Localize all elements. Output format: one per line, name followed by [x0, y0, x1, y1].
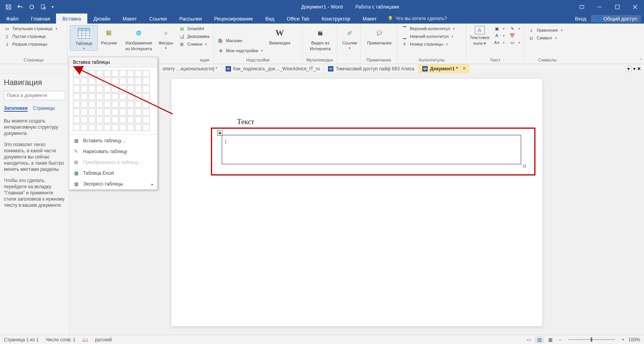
grid-cell[interactable] — [88, 93, 95, 100]
footer-button[interactable]: ▁Нижний колонтитул▾ — [400, 33, 464, 40]
grid-cell[interactable] — [112, 78, 119, 85]
grid-cell[interactable] — [119, 124, 126, 131]
save-button[interactable] — [3, 2, 14, 12]
grid-cell[interactable] — [143, 116, 150, 123]
dropcap-button[interactable]: A≡▾ — [492, 39, 506, 46]
quick-parts-button[interactable]: ▣▾ — [492, 25, 506, 32]
ribbon-options-button[interactable] — [573, 0, 591, 14]
tab-references[interactable]: Ссылки — [143, 14, 173, 24]
close-all-button[interactable]: ✕ — [637, 66, 641, 72]
draw-table-item[interactable]: ✎Нарисовать таблицу — [69, 146, 157, 157]
grid-cell[interactable] — [104, 78, 111, 85]
grid-cell[interactable] — [127, 85, 134, 92]
doc-tab-2[interactable]: WТимчасовий доступ лайф 663 Алиса — [324, 64, 418, 73]
tab-insert[interactable]: Вставка — [56, 14, 87, 24]
print-preview-button[interactable] — [38, 2, 49, 12]
equation-button[interactable]: πУравнение▾ — [527, 27, 568, 34]
tab-table-design[interactable]: Конструктор — [315, 14, 356, 24]
tab-view[interactable]: Вид — [259, 14, 281, 24]
grid-cell[interactable] — [119, 93, 126, 100]
store-button[interactable]: 🛍️Магазин — [216, 37, 264, 44]
grid-cell[interactable] — [81, 124, 88, 131]
tab-file[interactable]: Файл — [0, 14, 25, 24]
web-layout-button[interactable]: ▦ — [545, 336, 555, 343]
grid-cell[interactable] — [81, 85, 88, 92]
grid-cell[interactable] — [88, 85, 95, 92]
grid-cell[interactable] — [119, 101, 126, 108]
grid-cell[interactable] — [88, 116, 95, 123]
grid-cell[interactable] — [104, 109, 111, 116]
grid-cell[interactable] — [96, 116, 103, 123]
grid-cell[interactable] — [73, 93, 80, 100]
grid-cell[interactable] — [112, 93, 119, 100]
spellcheck-icon[interactable]: 📖 — [82, 337, 88, 342]
close-tab-icon[interactable]: ✕ — [462, 66, 466, 71]
grid-cell[interactable] — [88, 109, 95, 116]
tab-officetab[interactable]: Office Tab — [280, 14, 315, 24]
doc-tab-1[interactable]: WКак_подписать_док…_WiseAdvice_IT_ru — [221, 64, 324, 73]
my-addins-button[interactable]: ⊕Мои надстройки▾ — [216, 47, 264, 54]
grid-cell[interactable] — [127, 116, 134, 123]
grid-cell[interactable] — [73, 78, 80, 85]
tab-home[interactable]: Главная — [25, 14, 56, 24]
grid-cell[interactable] — [96, 78, 103, 85]
collapse-ribbon-button[interactable]: ˄ — [640, 58, 642, 62]
grid-cell[interactable] — [81, 116, 88, 123]
print-layout-button[interactable]: ▤ — [535, 336, 544, 343]
object-button[interactable]: ▭▾ — [508, 39, 522, 46]
grid-cell[interactable] — [143, 85, 150, 92]
grid-cell[interactable] — [127, 93, 134, 100]
grid-cell[interactable] — [96, 124, 103, 131]
grid-cell[interactable] — [96, 93, 103, 100]
grid-cell[interactable] — [127, 124, 134, 131]
grid-cell[interactable] — [119, 116, 126, 123]
document-page[interactable]: Текст ✥ — [172, 79, 542, 326]
grid-cell[interactable] — [104, 116, 111, 123]
grid-cell[interactable] — [104, 124, 111, 131]
grid-cell[interactable] — [81, 70, 88, 77]
table-resize-handle[interactable] — [523, 165, 526, 167]
nav-tab-pages[interactable]: Страницы — [33, 106, 55, 112]
grid-cell[interactable] — [81, 101, 88, 108]
page-break-button[interactable]: ⤓Разрыв страницы — [2, 41, 65, 48]
excel-table-item[interactable]: ▦Таблица Excel — [69, 168, 157, 179]
grid-cell[interactable] — [135, 70, 142, 77]
tab-design[interactable]: Дизайн — [87, 14, 117, 24]
zoom-out-button[interactable]: − — [556, 337, 564, 342]
smartart-button[interactable]: ▤SmartArt — [177, 25, 211, 32]
grid-cell[interactable] — [135, 101, 142, 108]
grid-cell[interactable] — [127, 78, 134, 85]
share-button[interactable]: 👤 Общий доступ — [591, 15, 641, 22]
grid-cell[interactable] — [88, 124, 95, 131]
nav-tab-headings[interactable]: Заголовки — [4, 106, 28, 112]
blank-page-button[interactable]: ▯Пустая страница — [2, 33, 65, 40]
grid-cell[interactable] — [104, 101, 111, 108]
grid-cell[interactable] — [96, 85, 103, 92]
grid-cell[interactable] — [73, 124, 80, 131]
signin-link[interactable]: Вход — [575, 16, 586, 22]
grid-cell[interactable] — [88, 78, 95, 85]
status-words[interactable]: Число слов: 1 — [46, 337, 75, 342]
grid-cell[interactable] — [112, 124, 119, 131]
signature-button[interactable]: ✎▾ — [508, 25, 522, 32]
header-button[interactable]: ▔Верхний колонтитул▾ — [400, 25, 464, 32]
grid-cell[interactable] — [73, 116, 80, 123]
grid-cell[interactable] — [96, 101, 103, 108]
quick-tables-item[interactable]: ▦Экспресс-таблицы▸ — [69, 179, 157, 189]
grid-cell[interactable] — [127, 101, 134, 108]
grid-cell[interactable] — [112, 116, 119, 123]
tab-review[interactable]: Рецензирование — [208, 14, 259, 24]
grid-cell[interactable] — [104, 70, 111, 77]
grid-cell[interactable] — [119, 109, 126, 116]
grid-cell[interactable] — [112, 85, 119, 92]
close-button[interactable] — [626, 0, 644, 14]
comment-button[interactable]: 💬Примечание — [363, 25, 396, 46]
links-button[interactable]: 🔗Ссылки▾ — [340, 25, 360, 50]
grid-cell[interactable] — [112, 70, 119, 77]
tab-menu-button[interactable]: ▾ — [633, 66, 636, 72]
doc-tab-0[interactable]: опиту …кциональности] * — [158, 64, 221, 73]
grid-cell[interactable] — [135, 85, 142, 92]
tab-mailings[interactable]: Рассылки — [173, 14, 208, 24]
table-size-grid[interactable] — [69, 68, 157, 133]
redo-button[interactable] — [26, 2, 37, 12]
